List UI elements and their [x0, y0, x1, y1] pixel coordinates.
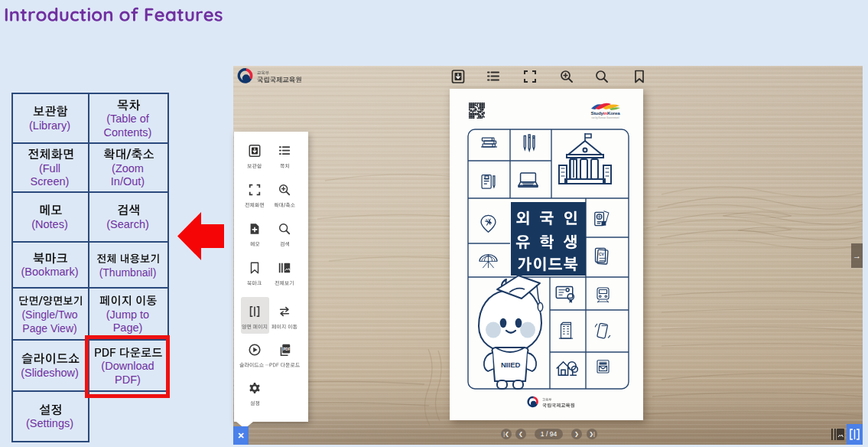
svg-text:CV: CV: [599, 252, 605, 256]
svg-text:NIIED: NIIED: [501, 361, 520, 369]
